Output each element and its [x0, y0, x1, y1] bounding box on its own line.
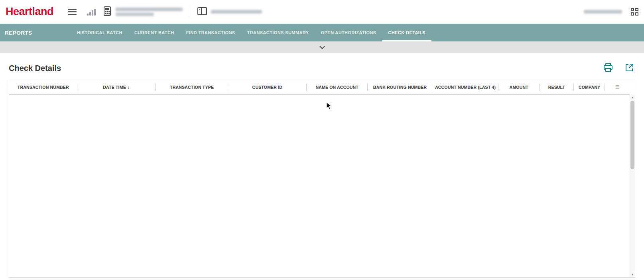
chevron-down-icon: [319, 46, 325, 49]
print-button[interactable]: [603, 63, 614, 74]
terminal-icon: [103, 6, 112, 18]
topbar: Heartland: [0, 0, 644, 24]
table-header-row: TRANSACTION NUMBERDATE TIME↓TRANSACTION …: [9, 80, 630, 95]
tab-check-details[interactable]: CHECK DETAILS: [382, 24, 431, 41]
topbar-right: [584, 8, 638, 16]
redacted-context-text: [211, 10, 262, 14]
context-selector[interactable]: [197, 7, 262, 17]
page-title: Check Details: [9, 64, 61, 73]
app: Heartland REPORTS HISTORICAL BATCH: [0, 0, 644, 280]
sort-desc-icon: ↓: [128, 85, 130, 90]
redacted-user-name: [584, 10, 622, 14]
tab-find-transactions[interactable]: FIND TRANSACTIONS: [180, 24, 241, 41]
open-in-new-icon: [625, 63, 634, 73]
tab-historical-batch[interactable]: HISTORICAL BATCH: [71, 24, 128, 41]
scrollbar-thumb[interactable]: [630, 101, 634, 169]
column-header-account-number-last-4-[interactable]: ACCOUNT NUMBER (LAST 4): [432, 80, 498, 95]
nav-section-title: REPORTS: [0, 24, 71, 41]
filter-collapse-strip: [0, 41, 644, 53]
tab-open-authorizations[interactable]: OPEN AUTHORIZATIONS: [315, 24, 382, 41]
topbar-divider: [190, 6, 190, 18]
reports-navbar: REPORTS HISTORICAL BATCHCURRENT BATCHFIN…: [0, 24, 644, 41]
tab-transactions-summary[interactable]: TRANSACTIONS SUMMARY: [241, 24, 315, 41]
tab-current-batch[interactable]: CURRENT BATCH: [128, 24, 180, 41]
column-header-transaction-type[interactable]: TRANSACTION TYPE: [156, 80, 228, 95]
page-header: Check Details: [9, 63, 634, 74]
nav-tabs: HISTORICAL BATCHCURRENT BATCHFIND TRANSA…: [71, 24, 431, 41]
column-menu-icon[interactable]: ≡: [605, 80, 630, 95]
column-header-result[interactable]: RESULT: [540, 80, 574, 95]
printer-icon: [603, 63, 613, 73]
panel-icon: [197, 7, 207, 17]
table-scrollbar[interactable]: ▲ ▼: [630, 95, 635, 277]
column-header-date-time[interactable]: DATE TIME↓: [77, 80, 156, 95]
column-header-name-on-account[interactable]: NAME ON ACCOUNT: [307, 80, 368, 95]
hamburger-menu-icon[interactable]: [68, 9, 77, 15]
signal-bars-icon[interactable]: [87, 8, 96, 16]
check-details-table: TRANSACTION NUMBERDATE TIME↓TRANSACTION …: [9, 80, 635, 278]
collapse-chevron-button[interactable]: [309, 45, 335, 50]
column-header-transaction-number[interactable]: TRANSACTION NUMBER: [9, 80, 77, 95]
export-button[interactable]: [624, 63, 634, 74]
redacted-merchant-name: [116, 8, 183, 16]
scroll-up-arrow[interactable]: ▲: [630, 95, 635, 100]
column-header-company[interactable]: COMPANY: [574, 80, 605, 95]
heartland-logo: Heartland: [6, 6, 53, 18]
apps-grid-icon[interactable]: [631, 8, 638, 16]
column-header-bank-routing-number[interactable]: BANK ROUTING NUMBER: [368, 80, 432, 95]
scroll-down-arrow[interactable]: ▼: [630, 272, 635, 277]
merchant-selector[interactable]: [103, 6, 183, 18]
column-header-customer-id[interactable]: CUSTOMER ID: [228, 80, 306, 95]
column-header-amount[interactable]: AMOUNT: [498, 80, 540, 95]
